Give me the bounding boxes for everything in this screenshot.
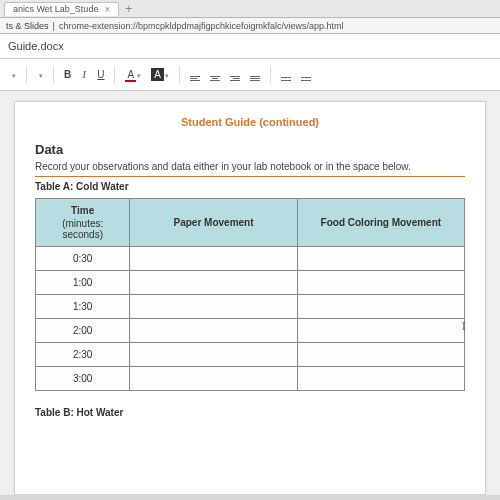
document-page[interactable]: Student Guide (continued) Data Record yo… — [14, 101, 486, 495]
align-justify-button[interactable] — [246, 66, 264, 83]
table-header-row: Time (minutes: seconds) Paper Movement F… — [36, 199, 465, 247]
table-row[interactable]: 2:30 — [36, 343, 465, 367]
table-row[interactable]: 1:30 — [36, 295, 465, 319]
time-cell[interactable]: 3:00 — [36, 367, 130, 391]
food-cell[interactable] — [297, 343, 464, 367]
tab-title: anics Wet Lab_Stude — [13, 4, 98, 14]
text-cursor-icon: I — [462, 318, 466, 334]
document-area: Student Guide (continued) Data Record yo… — [0, 91, 500, 495]
data-heading: Data — [35, 142, 465, 157]
bold-button[interactable]: B — [60, 67, 75, 82]
food-cell[interactable] — [297, 295, 464, 319]
address-separator: | — [53, 21, 55, 31]
table-a-label: Table A: Cold Water — [35, 181, 465, 192]
table-row[interactable]: 3:00 — [36, 367, 465, 391]
paper-cell[interactable] — [130, 295, 297, 319]
document-filename: Guide.docx — [8, 40, 64, 52]
col-food-header: Food Coloring Movement — [297, 199, 464, 247]
address-url[interactable]: chrome-extension://bpmcpkldpdmajfigpchki… — [59, 21, 344, 31]
align-center-button[interactable] — [206, 66, 224, 83]
table-row[interactable]: 2:00 — [36, 319, 465, 343]
col-paper-header: Paper Movement — [130, 199, 297, 247]
italic-button[interactable]: I — [77, 67, 91, 82]
paper-cell[interactable] — [130, 247, 297, 271]
address-prefix: ts & Slides — [6, 21, 49, 31]
time-cell[interactable]: 2:00 — [36, 319, 130, 343]
paper-cell[interactable] — [130, 343, 297, 367]
table-row[interactable]: 1:00 — [36, 271, 465, 295]
guide-header: Student Guide (continued) — [35, 116, 465, 128]
toolbar-separator — [179, 66, 180, 84]
food-cell[interactable] — [297, 271, 464, 295]
formatting-toolbar: ▾ ▾ B I U A▾ A▾ — [0, 59, 500, 91]
address-bar: ts & Slides | chrome-extension://bpmcpkl… — [0, 18, 500, 34]
align-right-button[interactable] — [226, 66, 244, 83]
food-cell[interactable] — [297, 247, 464, 271]
toolbar-separator — [270, 66, 271, 84]
time-cell[interactable]: 2:30 — [36, 343, 130, 367]
time-cell[interactable]: 1:30 — [36, 295, 130, 319]
food-cell[interactable] — [297, 319, 464, 343]
table-b-label: Table B: Hot Water — [35, 407, 465, 418]
style-dropdown[interactable]: ▾ — [6, 67, 20, 82]
toolbar-separator — [53, 66, 54, 84]
paper-cell[interactable] — [130, 319, 297, 343]
toolbar-separator — [114, 66, 115, 84]
browser-tab-bar: anics Wet Lab_Stude × + — [0, 0, 500, 18]
bullet-list-button[interactable] — [297, 67, 315, 83]
font-dropdown[interactable]: ▾ — [33, 67, 47, 82]
time-cell[interactable]: 1:00 — [36, 271, 130, 295]
underline-button[interactable]: U — [93, 67, 108, 82]
font-color-button[interactable]: A▾ — [121, 67, 145, 82]
align-left-button[interactable] — [186, 66, 204, 83]
browser-tab[interactable]: anics Wet Lab_Stude × — [4, 2, 119, 16]
close-icon[interactable]: × — [104, 4, 110, 15]
col-time-header: Time (minutes: seconds) — [36, 199, 130, 247]
data-instruction: Record your observations and data either… — [35, 161, 465, 177]
time-cell[interactable]: 0:30 — [36, 247, 130, 271]
table-row[interactable]: 0:30 — [36, 247, 465, 271]
fill-color-button[interactable]: A▾ — [147, 67, 173, 82]
food-cell[interactable] — [297, 367, 464, 391]
filename-bar: Guide.docx — [0, 34, 500, 59]
table-a: Time (minutes: seconds) Paper Movement F… — [35, 198, 465, 391]
new-tab-button[interactable]: + — [125, 2, 132, 16]
paper-cell[interactable] — [130, 271, 297, 295]
toolbar-separator — [26, 66, 27, 84]
paper-cell[interactable] — [130, 367, 297, 391]
numbered-list-button[interactable] — [277, 67, 295, 83]
